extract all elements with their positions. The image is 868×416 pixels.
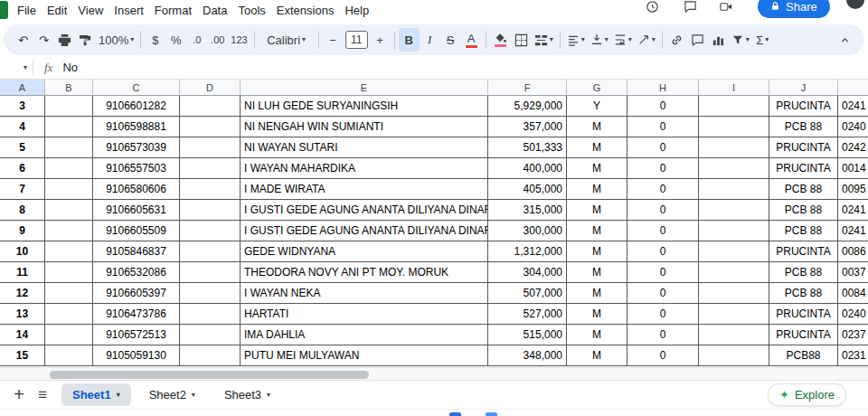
cell[interactable]: 0241 [838, 96, 868, 117]
cell[interactable] [180, 179, 241, 200]
row-header[interactable]: 8 [0, 200, 45, 221]
cell[interactable] [45, 262, 93, 283]
menu-help[interactable]: Help [339, 2, 374, 19]
cell[interactable]: 0095 [838, 179, 868, 200]
cell[interactable]: 0 [627, 241, 699, 262]
increase-decimal-button[interactable]: .00 [207, 28, 228, 52]
cell[interactable]: 9106573039 [93, 137, 180, 158]
text-color-button[interactable]: A [461, 28, 482, 52]
text-wrap-button[interactable]: ▾ [611, 28, 635, 52]
cell[interactable]: 0 [627, 345, 699, 366]
print-button[interactable] [54, 28, 75, 52]
cell[interactable]: 9106557503 [93, 158, 180, 179]
row-header[interactable]: 10 [0, 241, 45, 262]
cell[interactable]: 0 [627, 200, 699, 221]
cell[interactable]: 0 [627, 117, 699, 137]
merge-cells-button[interactable]: ▾ [532, 28, 556, 52]
column-header-H[interactable]: H [627, 80, 699, 96]
menu-tools[interactable]: Tools [232, 2, 270, 19]
cell[interactable]: M [567, 304, 627, 325]
cell[interactable]: M [567, 241, 627, 262]
cell[interactable] [699, 158, 769, 179]
cell[interactable]: 1,312,000 [488, 241, 567, 262]
column-header-F[interactable]: F [488, 80, 567, 96]
menu-edit[interactable]: Edit [42, 2, 72, 19]
cell[interactable]: PRUCINTA [769, 241, 838, 262]
cell[interactable] [45, 221, 93, 241]
cell[interactable] [180, 262, 241, 283]
zoom-select[interactable]: 100% ▾ [96, 28, 137, 52]
cell[interactable]: M [567, 179, 627, 200]
cell[interactable]: I WAYAN MAHARDIKA [241, 158, 488, 179]
cell[interactable]: 0037 [838, 262, 868, 283]
borders-button[interactable] [511, 28, 532, 52]
cell[interactable]: 0240 [838, 117, 868, 137]
cell[interactable] [699, 304, 769, 325]
column-header-I[interactable]: I [699, 80, 769, 96]
paint-format-button[interactable] [75, 28, 96, 52]
cell[interactable]: 304,000 [488, 262, 567, 283]
cell[interactable]: 9106473786 [93, 304, 180, 325]
cell[interactable]: PRUCINTA [769, 158, 838, 179]
cell[interactable] [699, 241, 769, 262]
cell[interactable]: 9106605397 [93, 283, 180, 304]
comment-history-icon[interactable] [682, 0, 698, 14]
account-avatar[interactable] [846, 0, 864, 9]
decrease-font-size-button[interactable]: − [323, 28, 344, 52]
cell[interactable]: IMA DAHLIA [241, 325, 488, 345]
cell[interactable]: 0241 [838, 221, 868, 241]
cell[interactable] [180, 325, 241, 345]
menu-data[interactable]: Data [197, 2, 232, 19]
row-header[interactable]: 14 [0, 325, 45, 345]
column-header-D[interactable]: D [180, 80, 241, 96]
cell[interactable]: 0237 [838, 325, 868, 345]
redo-button[interactable]: ↷ [33, 28, 54, 52]
cell[interactable]: 527,000 [488, 304, 567, 325]
tab-sheet2[interactable]: Sheet2 ▾ [138, 383, 206, 406]
cell[interactable] [699, 221, 769, 241]
insert-chart-button[interactable] [708, 28, 729, 52]
cell[interactable]: 348,000 [488, 345, 567, 366]
sheets-logo-icon[interactable] [0, 1, 8, 19]
cell[interactable] [45, 117, 93, 137]
functions-button[interactable]: Σ ▾ [752, 28, 773, 52]
cell[interactable] [699, 200, 769, 221]
formula-input[interactable]: No [62, 61, 78, 74]
column-header-partial[interactable] [838, 80, 868, 96]
menu-extensions[interactable]: Extensions [271, 2, 340, 19]
row-header[interactable]: 9 [0, 221, 45, 241]
cell[interactable] [699, 262, 769, 283]
cell[interactable]: PRUCINTA [769, 325, 838, 345]
cell[interactable]: PCB 88 [769, 117, 838, 137]
cell[interactable]: 0 [627, 158, 699, 179]
cell[interactable]: 9106601282 [93, 96, 180, 117]
cell[interactable]: GEDE WIDNYANA [241, 241, 488, 262]
column-header-B[interactable]: B [45, 80, 93, 96]
cell[interactable]: HARTATI [241, 304, 488, 325]
cell[interactable]: M [567, 117, 627, 137]
cell[interactable]: 357,000 [488, 117, 567, 137]
row-header[interactable]: 12 [0, 283, 45, 304]
cell[interactable]: 0 [627, 304, 699, 325]
cell[interactable]: 400,000 [488, 158, 567, 179]
cell[interactable] [45, 179, 93, 200]
cell[interactable] [180, 137, 241, 158]
column-header-A[interactable]: A [0, 80, 45, 96]
cell[interactable]: 315,000 [488, 200, 567, 221]
cell[interactable]: 0 [627, 96, 699, 117]
cell[interactable]: I MADE WIRATA [241, 179, 488, 200]
cell[interactable] [45, 158, 93, 179]
cell[interactable]: 0241 [838, 200, 868, 221]
scrollbar-thumb[interactable] [50, 371, 369, 379]
cell[interactable] [45, 345, 93, 366]
cell[interactable] [180, 117, 241, 137]
column-header-J[interactable]: J [769, 80, 838, 96]
cell[interactable]: PCB88 [769, 345, 838, 366]
meet-video-icon[interactable] [718, 0, 734, 14]
add-sheet-button[interactable]: + [7, 383, 31, 407]
cell[interactable]: THEODORA NOVY ANI PT MOY. MORUK [241, 262, 488, 283]
cell[interactable]: I WAYAN NEKA [241, 283, 488, 304]
cell[interactable]: 501,333 [488, 137, 567, 158]
vertical-align-button[interactable]: ▾ [588, 28, 611, 52]
cell[interactable]: NI WAYAN SUTARI [241, 137, 488, 158]
